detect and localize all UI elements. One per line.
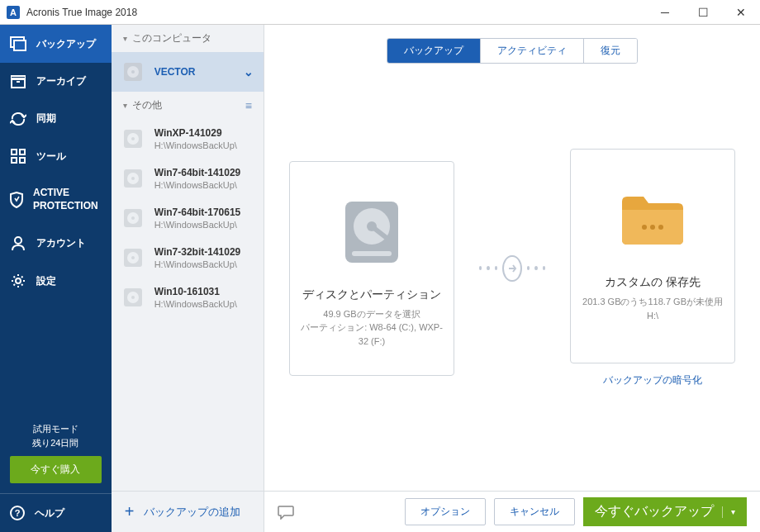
backup-item-path: H:\WindowsBackUp\ (154, 299, 254, 309)
backup-item[interactable]: WinXP-141029H:\WindowsBackUp\ (112, 119, 264, 159)
content-area: バックアップ アクティビティ 復元 ディスクとパーティション 49.9 GB (264, 25, 760, 532)
tab-backup[interactable]: バックアップ (387, 39, 480, 63)
backup-item-path: H:\WindowsBackUp\ (154, 180, 254, 190)
maximize-button[interactable]: ☐ (684, 0, 722, 25)
backup-item-title: Win10-161031 (154, 286, 254, 297)
disk-icon (121, 60, 145, 83)
svg-rect-34 (352, 251, 392, 256)
nav-help[interactable]: ? ヘルプ (0, 494, 112, 532)
tab-group: バックアップ アクティビティ 復元 (387, 38, 638, 64)
tab-restore[interactable]: 復元 (583, 39, 637, 63)
nav-active-protection[interactable]: ACTIVE PROTECTION (0, 175, 112, 224)
backup-item-title: Win7-32bit-141029 (154, 246, 254, 258)
nav-sync-label: 同期 (36, 112, 56, 126)
buy-now-button[interactable]: 今すぐ購入 (10, 456, 102, 483)
backup-item-title: VECTOR (154, 66, 234, 78)
nav-tools-label: ツール (36, 150, 66, 164)
disk-icon (121, 246, 145, 269)
sidebar: バックアップ アーカイブ 同期 ツール ACTIVE PROTECTION (0, 25, 112, 532)
backup-item-vector[interactable]: VECTOR ⌄ (112, 52, 264, 92)
backup-item[interactable]: Win7-64bit-141029H:\WindowsBackUp\ (112, 159, 264, 198)
close-button[interactable]: ✕ (722, 0, 760, 25)
backup-item-path: H:\WindowsBackUp\ (154, 259, 254, 269)
nav-settings-label: 設定 (36, 274, 56, 288)
backup-item[interactable]: Win7-64bit-170615H:\WindowsBackUp\ (112, 198, 264, 238)
svg-rect-6 (20, 150, 25, 154)
nav-settings[interactable]: 設定 (0, 262, 112, 300)
backup-now-button[interactable]: 今すぐバックアップ ▾ (583, 497, 747, 526)
trial-days-label: 残り24日間 (0, 436, 112, 450)
svg-point-9 (15, 237, 21, 244)
svg-point-27 (131, 256, 135, 259)
section-menu-icon[interactable]: ≡ (245, 99, 252, 112)
dest-line1: 201.3 GBのうち118.7 GBが未使用 (582, 295, 723, 309)
arrow-indicator (479, 255, 545, 282)
nav-tools[interactable]: ツール (0, 137, 112, 175)
disk-icon (121, 207, 145, 230)
nav-help-label: ヘルプ (35, 506, 64, 520)
disk-partition-icon (339, 187, 405, 278)
backup-icon (10, 36, 26, 51)
svg-point-35 (642, 225, 647, 230)
app-title: Acronis True Image 2018 (26, 7, 137, 18)
destination-card[interactable]: カスタムの 保存先 201.3 GBのうち118.7 GBが未使用 H:\ (570, 149, 735, 363)
comment-icon[interactable] (278, 505, 294, 520)
nav-sync[interactable]: 同期 (0, 100, 112, 137)
source-card[interactable]: ディスクとパーティション 49.9 GBのデータを選択 パーティション: W8-… (289, 161, 454, 376)
trial-info: 試用モード 残り24日間 (0, 419, 112, 456)
tools-icon (10, 149, 26, 164)
source-title: ディスクとパーティション (302, 287, 441, 302)
disk-icon (121, 167, 145, 190)
shield-icon (10, 192, 23, 208)
help-icon: ? (10, 506, 25, 520)
backup-item-title: Win7-64bit-141029 (154, 167, 254, 178)
plus-icon: + (125, 502, 135, 521)
archive-icon (10, 75, 26, 88)
svg-point-10 (16, 278, 21, 283)
svg-rect-1 (14, 40, 26, 50)
disk-icon (121, 127, 145, 150)
backup-list-panel: ▾ このコンピュータ VECTOR ⌄ ▾ その他 ≡ WinXP-1 (112, 25, 264, 532)
backup-item-path: H:\WindowsBackUp\ (154, 140, 254, 150)
folder-icon (615, 174, 690, 265)
dest-title: カスタムの 保存先 (605, 275, 701, 290)
disk-icon (121, 286, 145, 309)
backup-item[interactable]: Win10-161031H:\WindowsBackUp\ (112, 278, 264, 317)
svg-point-36 (650, 225, 655, 230)
nav-backup[interactable]: バックアップ (0, 25, 112, 63)
backup-item-path: H:\WindowsBackUp\ (154, 220, 254, 230)
svg-point-18 (131, 137, 135, 140)
nav-account[interactable]: アカウント (0, 224, 112, 262)
source-line2: パーティション: W8-64 (C:), WXP-32 (F:) (300, 321, 444, 348)
title-bar: A Acronis True Image 2018 ─ ☐ ✕ (0, 0, 760, 25)
svg-point-30 (131, 296, 135, 299)
chevron-down-icon: ▾ (123, 34, 127, 43)
svg-rect-7 (12, 158, 17, 163)
section-this-computer[interactable]: ▾ このコンピュータ (112, 25, 264, 52)
section-other[interactable]: ▾ その他 ≡ (112, 92, 264, 119)
app-icon: A (7, 6, 20, 19)
nav-backup-label: バックアップ (36, 37, 96, 51)
backup-item[interactable]: Win7-32bit-141029H:\WindowsBackUp\ (112, 238, 264, 278)
nav-archive[interactable]: アーカイブ (0, 63, 112, 100)
add-backup-button[interactable]: + バックアップの追加 (112, 491, 264, 532)
tab-activity[interactable]: アクティビティ (480, 39, 583, 63)
backup-item-title: Win7-64bit-170615 (154, 207, 254, 218)
source-line1: 49.9 GBのデータを選択 (323, 307, 420, 321)
cancel-button[interactable]: キャンセル (494, 498, 575, 525)
backup-item-title: WinXP-141029 (154, 127, 254, 139)
chevron-down-icon[interactable]: ⌄ (244, 65, 254, 78)
section-other-label: その他 (132, 98, 162, 112)
svg-rect-8 (20, 158, 25, 163)
chevron-down-icon[interactable]: ▾ (731, 507, 735, 516)
svg-point-21 (131, 177, 135, 180)
dest-line2: H:\ (647, 309, 658, 323)
options-button[interactable]: オプション (405, 498, 486, 525)
action-bar: オプション キャンセル 今すぐバックアップ ▾ (264, 491, 760, 532)
trial-mode-label: 試用モード (0, 422, 112, 436)
svg-point-15 (131, 70, 135, 74)
arrow-right-icon (502, 255, 521, 282)
encrypt-link[interactable]: バックアップの暗号化 (603, 373, 702, 387)
minimize-button[interactable]: ─ (646, 0, 684, 25)
account-icon (10, 235, 26, 250)
